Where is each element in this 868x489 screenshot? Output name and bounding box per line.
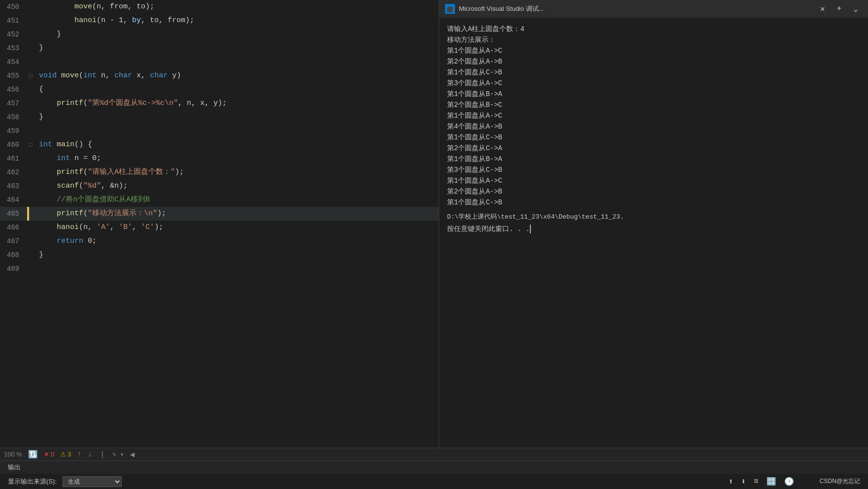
line-indicator xyxy=(27,165,29,179)
line-indicator xyxy=(27,179,29,193)
terminal-title: Microsoft Visual Studio 调试... xyxy=(459,4,812,13)
editor-area: 450 move(n, from, to);451 hanoi(n - 1, b… xyxy=(0,0,868,448)
code-line-460: 460□int main() { xyxy=(0,138,439,152)
line-number: 466 xyxy=(0,224,27,231)
output-source-label: 显示输出来源(S): xyxy=(8,477,57,486)
code-line-452: 452 } xyxy=(0,28,439,41)
line-number: 455 xyxy=(0,72,27,80)
terminal-output-line: 第3个圆盘从A->C xyxy=(447,78,860,89)
terminal-output-line: 第1个圆盘从C->B xyxy=(447,67,860,78)
line-indicator xyxy=(27,41,29,55)
code-text: printf("请输入A柱上圆盘个数："); xyxy=(37,165,439,179)
output-action-5[interactable]: 🕒 xyxy=(782,477,796,487)
line-number: 458 xyxy=(0,113,27,121)
fold-icon[interactable]: □ xyxy=(29,142,37,148)
terminal-close-button[interactable]: ✕ xyxy=(816,3,829,15)
code-text: move(n, from, to); xyxy=(37,0,439,14)
warning-count: 3 xyxy=(68,451,71,458)
terminal-path-line: D:\学校上课代码\test_11_23\x64\Debug\test_11_2… xyxy=(447,212,860,223)
code-text: void move(int n, char x, char y) xyxy=(37,69,439,83)
line-indicator xyxy=(27,83,29,97)
breadcrumb-edit[interactable]: ✎ ▾ xyxy=(112,451,124,458)
terminal-output-line: 移动方法展示： xyxy=(447,34,860,45)
terminal-output-line: 请输入A柱上圆盘个数：4 xyxy=(447,24,860,34)
code-line-466: 466 hanoi(n, 'A', 'B', 'C'); xyxy=(0,221,439,234)
line-indicator xyxy=(27,97,29,110)
terminal-output-line: 第2个圆盘从C->A xyxy=(447,143,860,154)
nav-up-button[interactable]: ↑ xyxy=(77,450,82,459)
code-line-467: 467 return 0; xyxy=(0,234,439,248)
code-text: printf("第%d个圆盘从%c->%c\n", n, x, y); xyxy=(37,97,439,110)
fold-icon[interactable]: □ xyxy=(29,73,37,79)
code-text: hanoi(n, 'A', 'B', 'C'); xyxy=(37,221,439,234)
line-number: 450 xyxy=(0,3,27,11)
code-line-463: 463 scanf("%d", &n); xyxy=(0,179,439,193)
line-indicator xyxy=(27,248,29,262)
line-indicator xyxy=(27,55,29,69)
line-indicator xyxy=(27,14,29,28)
output-action-4[interactable]: 🔡 xyxy=(764,477,778,487)
terminal-more-button[interactable]: ⌄ xyxy=(849,3,862,15)
output-tab[interactable]: 输出 xyxy=(6,463,23,472)
line-indicator xyxy=(27,28,29,41)
code-content: 450 move(n, from, to);451 hanoi(n - 1, b… xyxy=(0,0,439,448)
terminal-output-line: 第3个圆盘从C->B xyxy=(447,164,860,175)
code-text: //将n个圆盘借助C从A移到B xyxy=(37,193,439,207)
output-action-1[interactable]: ⬆ xyxy=(727,477,735,487)
code-text: } xyxy=(37,110,439,124)
line-number: 453 xyxy=(0,44,27,52)
line-number: 451 xyxy=(0,17,27,25)
terminal-output-line: 第1个圆盘从A->C xyxy=(447,110,860,121)
terminal-output-line: 第2个圆盘从A->B xyxy=(447,186,860,197)
code-text: } xyxy=(37,28,439,41)
output-action-3[interactable]: ≡ xyxy=(752,477,761,486)
code-line-469: 469 xyxy=(0,262,439,276)
line-indicator xyxy=(27,207,29,221)
code-text: return 0; xyxy=(37,234,439,248)
line-number: 452 xyxy=(0,31,27,38)
line-number: 464 xyxy=(0,196,27,204)
error-icon: ✕ xyxy=(44,451,49,458)
line-indicator xyxy=(27,0,29,14)
line-indicator xyxy=(27,110,29,124)
terminal-body: 请输入A柱上圆盘个数：4移动方法展示：第1个圆盘从A->C第2个圆盘从A->B第… xyxy=(439,18,868,448)
code-line-456: 456{ xyxy=(0,83,439,97)
terminal-add-button[interactable]: + xyxy=(833,3,846,14)
line-indicator xyxy=(27,234,29,248)
line-number: 469 xyxy=(0,265,27,273)
separator: | xyxy=(101,451,104,458)
code-line-451: 451 hanoi(n - 1, by, to, from); xyxy=(0,14,439,28)
vs-icon: ⬛ xyxy=(445,4,455,14)
output-actions: ⬆ ⬇ ≡ 🔡 🕒 CSDN@光忘记 xyxy=(727,477,860,487)
warning-icon: ⚠ xyxy=(60,451,66,458)
output-source-select[interactable]: 生成调试一般 xyxy=(63,476,122,487)
spiral-icon[interactable]: 🔃 xyxy=(28,450,38,459)
line-number: 457 xyxy=(0,99,27,107)
code-line-458: 458} xyxy=(0,110,439,124)
line-indicator xyxy=(27,262,29,276)
code-line-455: 455□void move(int n, char x, char y) xyxy=(0,69,439,83)
code-text: int n = 0; xyxy=(37,152,439,165)
code-text: { xyxy=(37,83,439,97)
terminal-press-any-key: 按任意键关闭此窗口. . . xyxy=(447,224,860,234)
output-action-2[interactable]: ⬇ xyxy=(739,477,748,487)
nav-down-button[interactable]: ↓ xyxy=(88,450,93,459)
terminal-output-line: 第1个圆盘从A->C xyxy=(447,175,860,186)
terminal-output-line: 第2个圆盘从A->B xyxy=(447,56,860,67)
code-text: printf("移动方法展示：\n"); xyxy=(37,207,439,221)
output-panel-body: 显示输出来源(S): 生成调试一般 ⬆ ⬇ ≡ 🔡 🕒 CSDN@光忘记 xyxy=(0,474,868,489)
line-number: 462 xyxy=(0,168,27,176)
nav-left-button[interactable]: ◀ xyxy=(130,450,135,459)
line-number: 465 xyxy=(0,210,27,218)
terminal-output-line: 第1个圆盘从B->A xyxy=(447,154,860,164)
code-line-453: 453} xyxy=(0,41,439,55)
terminal-header: ⬛ Microsoft Visual Studio 调试... ✕ + ⌄ xyxy=(439,0,868,18)
code-line-450: 450 move(n, from, to); xyxy=(0,0,439,14)
output-panel-header: 输出 xyxy=(0,461,868,474)
code-text: int main() { xyxy=(37,138,439,152)
code-line-462: 462 printf("请输入A柱上圆盘个数："); xyxy=(0,165,439,179)
code-line-464: 464 //将n个圆盘借助C从A移到B xyxy=(0,193,439,207)
line-number: 463 xyxy=(0,182,27,190)
line-number: 467 xyxy=(0,237,27,245)
line-number: 460 xyxy=(0,141,27,149)
